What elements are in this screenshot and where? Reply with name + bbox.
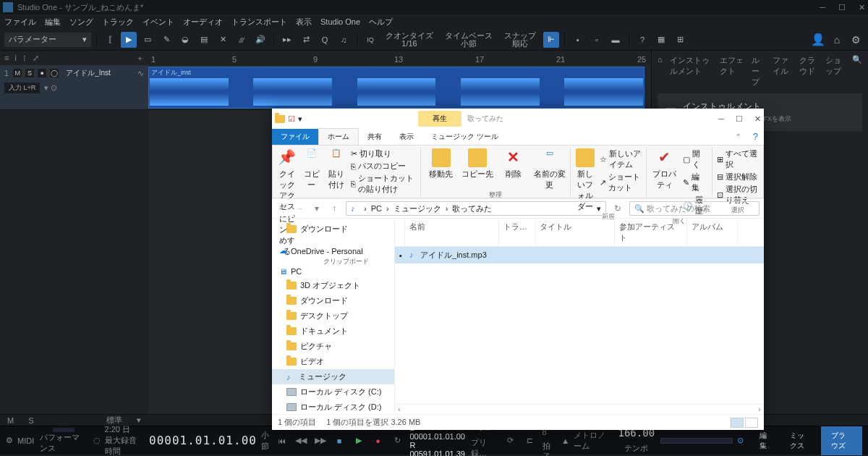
range-tool-icon[interactable]: ▭	[140, 32, 156, 48]
copy-path-button[interactable]: ⎘パスのコピー	[351, 161, 416, 172]
maximize-button[interactable]: ☐	[838, 3, 846, 12]
timebase-setting[interactable]: タイムベース小節	[441, 32, 497, 48]
info-icon[interactable]: i	[14, 54, 16, 62]
recent-button[interactable]: ▾	[311, 203, 323, 214]
properties-button[interactable]: ✔プロパティ	[651, 148, 678, 190]
menu-transport[interactable]: トランスポート	[231, 17, 287, 28]
nav-music[interactable]: ♪ミュージック	[272, 369, 394, 384]
tab-cloud[interactable]: クラウド	[799, 55, 819, 88]
paste-shortcut-button[interactable]: ⎘ショートカットの貼り付け	[351, 173, 416, 195]
record-button[interactable]: ●	[371, 433, 385, 449]
track-lane[interactable]: アイドル_inst	[148, 65, 651, 110]
quantize-icon[interactable]: Q	[317, 32, 333, 48]
up-button[interactable]: ↑	[328, 203, 340, 214]
explorer-titlebar[interactable]: ☑ ▾ 再生 歌ってみた ─ ☐ ✕	[272, 109, 764, 129]
record-arm-button[interactable]: ●	[37, 68, 47, 78]
monitor-button[interactable]: ◯	[49, 68, 59, 78]
menu-help[interactable]: ヘルプ	[369, 17, 393, 28]
tab-instruments[interactable]: インストゥルメント	[670, 55, 713, 88]
loop-button[interactable]: ↻	[391, 433, 404, 449]
back-button[interactable]: ←	[276, 203, 288, 214]
menu-track[interactable]: トラック	[102, 17, 134, 28]
edit-button[interactable]: ✎編集	[683, 172, 707, 193]
refresh-button[interactable]: ↻	[612, 203, 624, 214]
menu-song[interactable]: ソング	[69, 17, 93, 28]
metronome-icon[interactable]: ▲	[561, 436, 569, 445]
help-icon[interactable]: ?	[634, 32, 650, 48]
nav-3dobjects[interactable]: 3D オブジェクト	[272, 278, 394, 293]
play-context-tab[interactable]: 再生	[418, 111, 461, 127]
fwd-button[interactable]: ▶▶	[313, 433, 327, 449]
nav-pc[interactable]: 🖥PC	[272, 265, 394, 278]
quantize-setting[interactable]: クオンタイズ1/16	[381, 32, 438, 48]
rename-button[interactable]: ▭名前の変更	[534, 148, 566, 190]
settings-icon[interactable]: ⫶	[22, 54, 27, 62]
action-icon[interactable]: ▸▸	[279, 32, 295, 48]
tab-shop[interactable]: ショップ	[825, 55, 845, 88]
close-button[interactable]: ✕	[754, 114, 761, 124]
breadcrumb[interactable]: ♪ ›PC ›ミュージック ›歌ってみた ▾	[346, 201, 606, 216]
column-headers[interactable]: 名前 トラ… タイトル 参加アーティスト アルバム	[395, 219, 764, 247]
close-button[interactable]: ✕	[859, 3, 865, 12]
paint-tool-icon[interactable]: ▤	[196, 32, 212, 48]
auto3-icon[interactable]: ▬	[608, 32, 624, 48]
main-time-display[interactable]: 00001.01.01.00	[149, 434, 257, 447]
track-name[interactable]: アイドル_Inst	[66, 68, 111, 78]
help-icon[interactable]: ?	[747, 128, 764, 145]
gear-icon[interactable]: ⚙	[6, 436, 13, 445]
play-button[interactable]: ▶	[352, 433, 366, 449]
bend-tool-icon[interactable]: ⫻	[234, 32, 250, 48]
maximize-button[interactable]: ☐	[736, 114, 743, 124]
menu-file[interactable]: ファイル	[4, 17, 36, 28]
collapse-ribbon-icon[interactable]: ⌃	[729, 130, 747, 145]
user-icon[interactable]: 👤	[810, 32, 826, 48]
tab-share[interactable]: 共有	[359, 129, 391, 145]
mute-button[interactable]: M	[12, 68, 22, 78]
autopunch-icon[interactable]: ⊏	[523, 433, 537, 449]
qat-save-icon[interactable]: ☑	[288, 114, 295, 124]
gear-icon[interactable]: ⚙	[848, 32, 864, 48]
nav-downloads2[interactable]: ダウンロード	[272, 293, 394, 308]
snap-setting[interactable]: スナップ順応	[500, 32, 540, 48]
nav-pictures[interactable]: ピクチャ	[272, 339, 394, 354]
search-icon[interactable]: 🔍	[852, 55, 862, 88]
track-row[interactable]: 1 M S ● ◯ アイドル_Inst ∿ 入力 L+R ▾ ⊙	[0, 65, 148, 110]
scroll-left-icon[interactable]: ‹	[398, 405, 401, 414]
paste-button[interactable]: 📋貼り付け	[326, 148, 346, 190]
menu-studioone[interactable]: Studio One	[320, 17, 360, 26]
menu-event[interactable]: イベント	[142, 17, 174, 28]
tab-home[interactable]: ホーム	[318, 128, 359, 145]
select-all-button[interactable]: ⊞すべて選択	[717, 148, 759, 170]
nav-documents[interactable]: ドキュメント	[272, 324, 394, 339]
moveto-button[interactable]: 移動先	[425, 148, 457, 180]
nav-disk-d[interactable]: ローカル ディスク (D:)	[272, 400, 394, 414]
nav-downloads[interactable]: ダウンロード	[272, 221, 394, 237]
snap-toggle-icon[interactable]: ⊩	[543, 32, 559, 48]
home-icon[interactable]: ⌂	[658, 55, 663, 88]
delete-button[interactable]: ✕削除	[498, 148, 529, 180]
auto2-icon[interactable]: ▫	[589, 32, 605, 48]
eraser-tool-icon[interactable]: ◒	[177, 32, 193, 48]
grid-icon[interactable]: ⊞	[672, 32, 688, 48]
mute-tool-icon[interactable]: ✕	[215, 32, 231, 48]
forward-button[interactable]: →	[294, 203, 305, 214]
minimize-button[interactable]: ─	[718, 114, 724, 124]
expand-icon[interactable]: ⤢	[33, 54, 39, 63]
scroll-right-icon[interactable]: ›	[758, 405, 761, 414]
menu-view[interactable]: 表示	[296, 17, 312, 28]
tab-loops[interactable]: ループ	[752, 55, 766, 88]
track-input[interactable]: 入力 L+R	[4, 83, 40, 93]
tab-browse[interactable]: ブラウズ	[821, 426, 862, 455]
nav-videos[interactable]: ビデオ	[272, 354, 394, 369]
nav-pane[interactable]: ダウンロード ☁OneDrive - Personal 🖥PC 3D オブジェク…	[272, 219, 395, 414]
select-none-button[interactable]: ⊟選択解除	[717, 172, 759, 182]
view-mode-switch[interactable]	[731, 418, 758, 428]
open-button[interactable]: ▢開く	[683, 148, 707, 170]
toggle-icon[interactable]: ⊙	[737, 436, 744, 445]
file-row[interactable]: ▪ ♪ アイドル_inst.mp3	[395, 247, 764, 263]
stereo-icon[interactable]: ▾ ⊙	[44, 83, 57, 93]
home-icon[interactable]: ⌂	[829, 32, 845, 48]
menu-audio[interactable]: オーディオ	[183, 17, 223, 28]
menu-edit[interactable]: 編集	[45, 17, 61, 28]
tab-mix[interactable]: ミックス	[780, 426, 821, 455]
